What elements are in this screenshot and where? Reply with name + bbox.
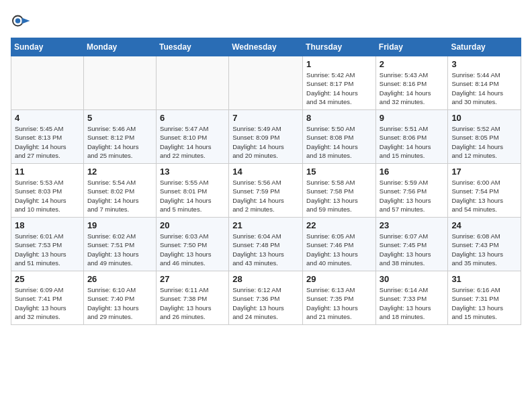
calendar-cell: 2Sunrise: 5:43 AM Sunset: 8:16 PM Daylig… — [375, 56, 448, 110]
day-number: 24 — [451, 220, 517, 230]
calendar-cell — [11, 56, 84, 110]
day-number: 4 — [15, 113, 80, 123]
day-number: 1 — [306, 59, 372, 69]
day-number: 25 — [15, 274, 80, 284]
day-number: 30 — [380, 274, 445, 284]
calendar-cell: 8Sunrise: 5:50 AM Sunset: 8:08 PM Daylig… — [303, 110, 376, 164]
day-info: Sunrise: 6:03 AM Sunset: 7:50 PM Dayligh… — [160, 232, 225, 267]
week-row-2: 4Sunrise: 5:45 AM Sunset: 8:13 PM Daylig… — [11, 110, 521, 164]
day-info: Sunrise: 6:08 AM Sunset: 7:43 PM Dayligh… — [451, 232, 517, 267]
day-number: 5 — [87, 113, 152, 123]
calendar-cell: 23Sunrise: 6:07 AM Sunset: 7:45 PM Dayli… — [375, 218, 448, 271]
day-number: 28 — [232, 274, 299, 284]
day-info: Sunrise: 5:52 AM Sunset: 8:05 PM Dayligh… — [451, 124, 517, 160]
day-info: Sunrise: 6:11 AM Sunset: 7:38 PM Dayligh… — [160, 285, 225, 321]
day-info: Sunrise: 5:44 AM Sunset: 8:14 PM Dayligh… — [451, 71, 517, 106]
logo-icon — [11, 11, 31, 31]
page-header — [11, 11, 521, 31]
calendar-cell: 11Sunrise: 5:53 AM Sunset: 8:03 PM Dayli… — [11, 164, 84, 218]
calendar-cell: 9Sunrise: 5:51 AM Sunset: 8:06 PM Daylig… — [375, 110, 448, 164]
day-info: Sunrise: 5:45 AM Sunset: 8:13 PM Dayligh… — [15, 124, 80, 160]
calendar-cell: 26Sunrise: 6:10 AM Sunset: 7:40 PM Dayli… — [83, 271, 156, 325]
calendar-cell: 30Sunrise: 6:14 AM Sunset: 7:33 PM Dayli… — [375, 271, 448, 325]
day-number: 8 — [306, 113, 372, 123]
week-row-5: 25Sunrise: 6:09 AM Sunset: 7:41 PM Dayli… — [11, 271, 521, 325]
calendar-cell: 12Sunrise: 5:54 AM Sunset: 8:02 PM Dayli… — [83, 164, 156, 218]
calendar-cell: 15Sunrise: 5:58 AM Sunset: 7:58 PM Dayli… — [303, 164, 376, 218]
day-number: 31 — [451, 274, 517, 284]
day-number: 20 — [160, 220, 225, 230]
calendar-cell: 10Sunrise: 5:52 AM Sunset: 8:05 PM Dayli… — [448, 110, 521, 164]
day-info: Sunrise: 5:53 AM Sunset: 8:03 PM Dayligh… — [15, 178, 80, 214]
day-number: 12 — [87, 167, 152, 177]
day-info: Sunrise: 6:05 AM Sunset: 7:46 PM Dayligh… — [306, 232, 372, 267]
calendar-cell: 3Sunrise: 5:44 AM Sunset: 8:14 PM Daylig… — [448, 56, 521, 110]
week-row-4: 18Sunrise: 6:01 AM Sunset: 7:53 PM Dayli… — [11, 218, 521, 271]
day-number: 3 — [451, 59, 517, 69]
calendar-cell: 1Sunrise: 5:42 AM Sunset: 8:17 PM Daylig… — [303, 56, 376, 110]
calendar-cell: 16Sunrise: 5:59 AM Sunset: 7:56 PM Dayli… — [375, 164, 448, 218]
day-info: Sunrise: 6:10 AM Sunset: 7:40 PM Dayligh… — [87, 285, 152, 321]
weekday-header-wednesday: Wednesday — [229, 38, 303, 56]
weekday-header-sunday: Sunday — [11, 38, 84, 56]
calendar-cell: 28Sunrise: 6:12 AM Sunset: 7:36 PM Dayli… — [229, 271, 303, 325]
day-info: Sunrise: 6:02 AM Sunset: 7:51 PM Dayligh… — [87, 232, 152, 267]
week-row-3: 11Sunrise: 5:53 AM Sunset: 8:03 PM Dayli… — [11, 164, 521, 218]
svg-point-1 — [15, 18, 21, 24]
day-info: Sunrise: 6:04 AM Sunset: 7:48 PM Dayligh… — [232, 232, 299, 267]
day-info: Sunrise: 5:47 AM Sunset: 8:10 PM Dayligh… — [160, 124, 225, 160]
day-info: Sunrise: 6:12 AM Sunset: 7:36 PM Dayligh… — [232, 285, 299, 321]
day-info: Sunrise: 5:42 AM Sunset: 8:17 PM Dayligh… — [306, 71, 372, 106]
svg-marker-2 — [22, 18, 30, 24]
day-number: 19 — [87, 220, 152, 230]
calendar-table: SundayMondayTuesdayWednesdayThursdayFrid… — [11, 38, 521, 325]
calendar-cell: 19Sunrise: 6:02 AM Sunset: 7:51 PM Dayli… — [83, 218, 156, 271]
day-number: 27 — [160, 274, 225, 284]
calendar-cell: 13Sunrise: 5:55 AM Sunset: 8:01 PM Dayli… — [156, 164, 228, 218]
calendar-cell: 5Sunrise: 5:46 AM Sunset: 8:12 PM Daylig… — [83, 110, 156, 164]
calendar-cell: 25Sunrise: 6:09 AM Sunset: 7:41 PM Dayli… — [11, 271, 84, 325]
day-info: Sunrise: 5:49 AM Sunset: 8:09 PM Dayligh… — [232, 124, 299, 160]
day-number: 14 — [232, 167, 299, 177]
day-info: Sunrise: 6:16 AM Sunset: 7:31 PM Dayligh… — [451, 285, 517, 321]
day-info: Sunrise: 5:46 AM Sunset: 8:12 PM Dayligh… — [87, 124, 152, 160]
calendar-cell: 17Sunrise: 6:00 AM Sunset: 7:54 PM Dayli… — [448, 164, 521, 218]
weekday-header-monday: Monday — [83, 38, 156, 56]
day-number: 10 — [451, 113, 517, 123]
day-number: 15 — [306, 167, 372, 177]
day-info: Sunrise: 5:59 AM Sunset: 7:56 PM Dayligh… — [380, 178, 445, 214]
calendar-cell: 7Sunrise: 5:49 AM Sunset: 8:09 PM Daylig… — [229, 110, 303, 164]
day-number: 26 — [87, 274, 152, 284]
calendar-cell: 27Sunrise: 6:11 AM Sunset: 7:38 PM Dayli… — [156, 271, 228, 325]
day-info: Sunrise: 6:00 AM Sunset: 7:54 PM Dayligh… — [451, 178, 517, 214]
calendar-cell — [156, 56, 228, 110]
day-info: Sunrise: 5:54 AM Sunset: 8:02 PM Dayligh… — [87, 178, 152, 214]
day-number: 17 — [451, 167, 517, 177]
day-info: Sunrise: 5:50 AM Sunset: 8:08 PM Dayligh… — [306, 124, 372, 160]
day-info: Sunrise: 6:07 AM Sunset: 7:45 PM Dayligh… — [380, 232, 445, 267]
day-number: 29 — [306, 274, 372, 284]
calendar-cell — [229, 56, 303, 110]
weekday-header-saturday: Saturday — [448, 38, 521, 56]
calendar-cell: 31Sunrise: 6:16 AM Sunset: 7:31 PM Dayli… — [448, 271, 521, 325]
calendar-cell — [83, 56, 156, 110]
day-info: Sunrise: 5:56 AM Sunset: 7:59 PM Dayligh… — [232, 178, 299, 214]
day-number: 22 — [306, 220, 372, 230]
day-number: 13 — [160, 167, 225, 177]
weekday-header-tuesday: Tuesday — [156, 38, 228, 56]
calendar-cell: 24Sunrise: 6:08 AM Sunset: 7:43 PM Dayli… — [448, 218, 521, 271]
day-number: 16 — [380, 167, 445, 177]
calendar-cell: 18Sunrise: 6:01 AM Sunset: 7:53 PM Dayli… — [11, 218, 84, 271]
logo — [11, 11, 34, 31]
weekday-header-thursday: Thursday — [303, 38, 376, 56]
calendar-cell: 20Sunrise: 6:03 AM Sunset: 7:50 PM Dayli… — [156, 218, 228, 271]
calendar-cell: 29Sunrise: 6:13 AM Sunset: 7:35 PM Dayli… — [303, 271, 376, 325]
day-number: 2 — [380, 59, 445, 69]
day-info: Sunrise: 6:01 AM Sunset: 7:53 PM Dayligh… — [15, 232, 80, 267]
day-number: 11 — [15, 167, 80, 177]
day-number: 9 — [380, 113, 445, 123]
calendar-cell: 4Sunrise: 5:45 AM Sunset: 8:13 PM Daylig… — [11, 110, 84, 164]
day-info: Sunrise: 5:55 AM Sunset: 8:01 PM Dayligh… — [160, 178, 225, 214]
day-info: Sunrise: 5:58 AM Sunset: 7:58 PM Dayligh… — [306, 178, 372, 214]
week-row-1: 1Sunrise: 5:42 AM Sunset: 8:17 PM Daylig… — [11, 56, 521, 110]
